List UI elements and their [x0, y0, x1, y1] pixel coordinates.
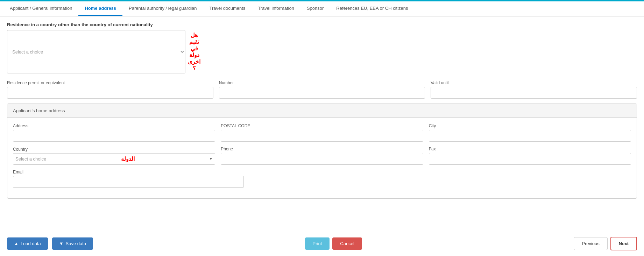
tab-parental[interactable]: Parental authority / legal guardian [122, 1, 203, 16]
permit-number-group: Number رقم الاقامة [219, 80, 425, 99]
country-arabic-text: الدولة [48, 154, 207, 164]
fax-label: Fax [429, 147, 631, 151]
email-input[interactable]: بريدك الالكتروني [13, 176, 244, 188]
residence-select[interactable]: Select a choice Yes No [7, 46, 185, 58]
country-select-row: Select a choice الدولة ▾ [13, 153, 215, 165]
postal-label: POSTAL CODE [221, 123, 423, 128]
residence-permit-group: Residence permit or equivalent الاقامة [7, 80, 213, 99]
country-dropdown-arrow-icon: ▾ [207, 154, 215, 164]
email-group: Email بريدك الالكتروني [13, 170, 244, 188]
address-row: Address عنوان المنزل POSTAL CODE الرمز ا… [13, 123, 631, 142]
address-group: Address عنوان المنزل [13, 123, 215, 142]
permit-number-input[interactable]: رقم الاقامة [219, 87, 425, 99]
residence-select-row: Select a choice Yes No هل تقيم في دولة ا… [7, 30, 185, 73]
home-address-header: Applicant's home address [7, 104, 637, 118]
phone-label: Phone [221, 147, 423, 151]
city-label: City [429, 123, 631, 128]
country-select-placeholder-text: Select a choice [13, 154, 48, 164]
email-label: Email [13, 170, 244, 175]
postal-input[interactable]: الرمز البريدي [221, 130, 423, 142]
country-row: Country Select a choice الدولة ▾ Phone ر… [13, 147, 631, 165]
fax-input[interactable]: الفاكس ان وجد [429, 153, 631, 165]
postal-group: POSTAL CODE الرمز البريدي [221, 123, 423, 142]
residence-section: Residence in a country other than the co… [7, 22, 637, 73]
residence-permit-input[interactable]: الاقامة [7, 87, 213, 99]
valid-until-label: Valid until [431, 80, 637, 85]
home-address-body: Address عنوان المنزل POSTAL CODE الرمز ا… [7, 118, 637, 198]
tab-travel-info[interactable]: Travel information [252, 1, 300, 16]
city-input[interactable]: المدينة [429, 130, 631, 142]
residence-permit-label: Residence permit or equivalent [7, 80, 213, 85]
city-group: City المدينة [429, 123, 631, 142]
address-input[interactable]: عنوان المنزل [13, 130, 215, 142]
tab-bar: Applicant / General information Home add… [0, 1, 644, 16]
tab-travel-docs[interactable]: Travel documents [203, 1, 252, 16]
tab-home-address[interactable]: Home address [78, 1, 122, 16]
country-label: Country [13, 147, 215, 152]
tab-applicant[interactable]: Applicant / General information [3, 1, 78, 16]
residence-arabic-text: هل تقيم في دولة اخرى ؟ [185, 30, 203, 73]
valid-until-group: Valid until تاريخ صلاحية الاقامة [431, 80, 637, 99]
home-address-section: Applicant's home address Address عنوان ا… [7, 104, 637, 199]
tab-references[interactable]: References EU, EEA or CH citizens [330, 1, 414, 16]
phone-group: Phone رقم هاتفك [221, 147, 423, 165]
residence-permit-row: Residence permit or equivalent الاقامة N… [7, 80, 637, 99]
valid-until-input[interactable]: تاريخ صلاحية الاقامة [431, 87, 637, 99]
fax-group: Fax الفاكس ان وجد [429, 147, 631, 165]
tab-sponsor[interactable]: Sponsor [300, 1, 330, 16]
address-label: Address [13, 123, 215, 128]
phone-input[interactable]: رقم هاتفك [221, 153, 423, 165]
permit-number-label: Number [219, 80, 425, 85]
email-row: Email بريدك الالكتروني [13, 170, 631, 188]
residence-label: Residence in a country other than the co… [7, 22, 637, 27]
main-content: Residence in a country other than the co… [0, 16, 644, 211]
country-group: Country Select a choice الدولة ▾ [13, 147, 215, 165]
